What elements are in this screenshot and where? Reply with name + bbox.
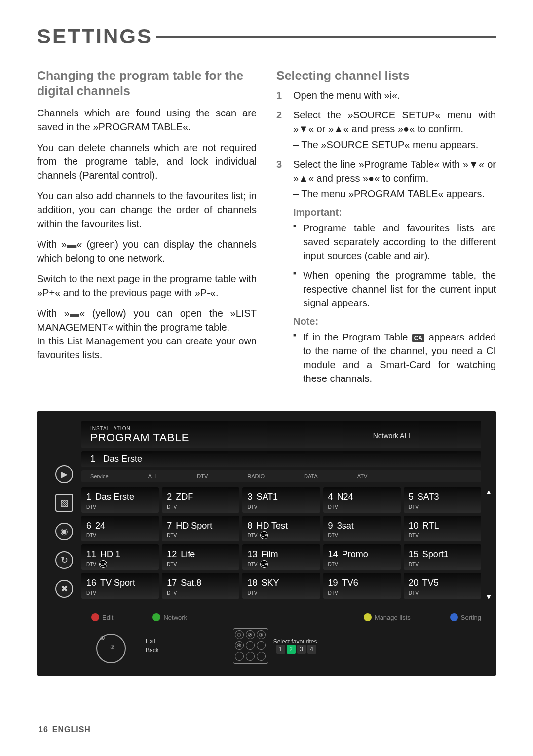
channel-cell[interactable]: 4N24DTV (323, 487, 401, 513)
left-p2: You can delete channels which are not re… (37, 141, 257, 182)
channel-cell[interactable]: 5SAT3DTV (404, 487, 481, 513)
page-title: SETTINGS (37, 25, 156, 48)
channel-grid: ▲ 1Das ErsteDTV2ZDFDTV3SAT1DTV4N24DTV5SA… (81, 484, 481, 605)
red-dot-icon (91, 613, 99, 621)
channel-cell[interactable]: 1Das ErsteDTV (81, 487, 159, 513)
fav-nums: 1 2 3 4 (276, 645, 317, 654)
scroll-up-icon[interactable]: ▲ (485, 488, 492, 496)
number-pad-icon[interactable]: ①②③ ④ (233, 628, 268, 664)
important-bullets: Programe table and favourites lists are … (276, 221, 496, 310)
blue-sorting[interactable]: Sorting (450, 613, 481, 621)
left-column: Changing the program table for the digit… (37, 68, 257, 391)
dtv-badge: DTV (247, 504, 257, 510)
tv-color-footer: Edit Network Manage lists Sorting (81, 613, 481, 621)
tools-icon[interactable]: ✖ (55, 580, 73, 598)
note-label: Note: (293, 316, 496, 327)
channel-row: 1Das ErsteDTV2ZDFDTV3SAT1DTV4N24DTV5SAT3… (81, 487, 481, 513)
channel-cell[interactable]: 17Sat.8DTV (162, 573, 239, 599)
step-3: 3Select the line »Programe Table« with »… (276, 157, 496, 201)
note-bullets: If in the Program Table CA appears added… (276, 330, 496, 385)
channel-cell[interactable]: 7HD SportDTV (162, 516, 239, 541)
left-p3: You can also add channels to the favouri… (37, 189, 257, 230)
tab-service[interactable]: Service (90, 473, 109, 479)
dtv-badge: DTV (167, 562, 177, 567)
steps-list: 1Open the menu with »i«. 2Select the »SO… (276, 88, 496, 201)
yellow-button-glyph: ▬ (70, 308, 79, 319)
yellow-manage[interactable]: Manage lists (364, 613, 411, 621)
dtv-badge: DTV (86, 562, 96, 567)
channel-cell[interactable]: 8HD TestDTVCA (242, 516, 320, 541)
tv-breadcrumb: INSTALLATION (90, 426, 472, 431)
channel-cell[interactable]: 20TV5DTV (404, 573, 481, 599)
channel-row: 624DTV7HD SportDTV8HD TestDTVCA93satDTV1… (81, 516, 481, 541)
step-2: 2Select the »SOURCE SETUP« menu with »▼«… (276, 108, 496, 151)
columns: Changing the program table for the digit… (37, 68, 496, 391)
channel-cell[interactable]: 2ZDFDTV (162, 487, 239, 513)
imp-bullet-1: Programe table and favourites lists are … (276, 221, 496, 263)
left-p1: Channels which are found using the scan … (37, 106, 257, 134)
channel-cell[interactable]: 16TV SportDTV (81, 573, 159, 599)
tv-nav-footer: ① ② Exit Back ①②③ ④ Select favourites (81, 628, 481, 664)
program-table-screenshot: ▶ ▧ ◉ ↻ ✖ INSTALLATION PROGRAM TABLE Net… (37, 411, 496, 676)
green-dot-icon (152, 613, 160, 621)
tv-current-channel: 1Das Erste (81, 451, 481, 467)
dtv-badge: DTV (167, 504, 177, 510)
tab-all[interactable]: ALL (148, 473, 158, 479)
picture-icon[interactable]: ▧ (55, 494, 73, 512)
green-button-glyph: ▬ (67, 239, 76, 250)
channel-cell[interactable]: 15Sport1DTV (404, 544, 481, 570)
ca-icon: CA (260, 531, 268, 539)
channel-cell[interactable]: 18SKYDTV (242, 573, 320, 599)
dtv-badge: DTV (247, 590, 257, 596)
dtv-badge: DTV (409, 533, 419, 538)
tv-tabs[interactable]: Service ALL DTV RADIO DATA ATV (81, 470, 481, 482)
red-edit[interactable]: Edit (91, 613, 113, 621)
channel-cell[interactable]: 11HD 1DTVCA (81, 544, 159, 570)
ca-icon: CA (99, 560, 107, 568)
left-p4: With »▬« (green) you can display the cha… (37, 237, 257, 265)
title-rule (156, 36, 496, 38)
channel-cell[interactable]: 93satDTV (323, 516, 401, 541)
tab-data[interactable]: DATA (304, 473, 318, 479)
dtv-badge: DTV (409, 562, 419, 567)
tab-radio[interactable]: RADIO (247, 473, 265, 479)
ca-badge-icon: CA (412, 334, 424, 343)
tv-network-label: Network ALL (373, 432, 412, 440)
channel-cell[interactable]: 12LifeDTV (162, 544, 239, 570)
dtv-badge: DTV (328, 504, 338, 510)
channel-cell[interactable]: 19TV6DTV (323, 573, 401, 599)
right-column: Selecting channel lists 1Open the menu w… (276, 68, 496, 391)
dtv-badge: DTV (328, 562, 338, 567)
dtv-badge: DTV (86, 590, 96, 596)
tv-title: PROGRAM TABLE (90, 431, 472, 444)
dtv-badge: DTV (247, 562, 257, 567)
select-fav-label: Select favourites 1 2 3 4 (273, 638, 317, 654)
dpad-icon[interactable]: ① ② (96, 634, 131, 658)
channel-cell[interactable]: 624DTV (81, 516, 159, 541)
scroll-down-icon[interactable]: ▼ (485, 593, 492, 601)
important-label: Important: (293, 207, 496, 218)
dtv-badge: DTV (86, 504, 96, 510)
channel-row: 11HD 1DTVCA12LifeDTV13FilmDTVCA14PromoDT… (81, 544, 481, 570)
dtv-badge: DTV (247, 533, 257, 538)
dtv-badge: DTV (409, 504, 419, 510)
tv-header: INSTALLATION PROGRAM TABLE Network ALL (81, 421, 481, 448)
page-footer: 16ENGLISH (38, 725, 91, 734)
yellow-dot-icon (364, 613, 372, 621)
tab-atv[interactable]: ATV (357, 473, 368, 479)
channel-cell[interactable]: 13FilmDTVCA (242, 544, 320, 570)
imp-bullet-2: When opening the programme table, the re… (276, 268, 496, 310)
channel-cell[interactable]: 14PromoDTV (323, 544, 401, 570)
green-network[interactable]: Network (152, 613, 187, 621)
play-icon[interactable]: ▶ (55, 465, 73, 483)
channel-cell[interactable]: 10RTLDTV (404, 516, 481, 541)
dtv-badge: DTV (167, 533, 177, 538)
fav-section: ①②③ ④ Select favourites 1 2 3 4 (233, 628, 317, 664)
tab-dtv[interactable]: DTV (197, 473, 208, 479)
dtv-badge: DTV (328, 590, 338, 596)
dtv-badge: DTV (328, 533, 338, 538)
dtv-badge: DTV (167, 590, 177, 596)
refresh-icon[interactable]: ↻ (55, 551, 73, 569)
eye-icon[interactable]: ◉ (55, 523, 73, 540)
channel-cell[interactable]: 3SAT1DTV (242, 487, 320, 513)
